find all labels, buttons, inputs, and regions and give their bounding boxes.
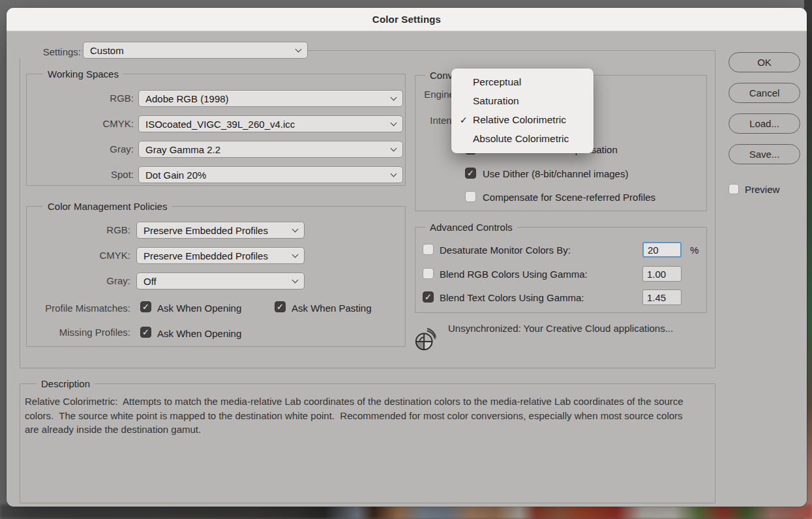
ws-spot-label: Spot: [26,169,134,180]
menu-item-perceptual[interactable]: Perceptual [451,72,594,91]
ws-spot-select[interactable]: Dot Gain 20% [138,166,403,183]
ws-gray-select[interactable]: Gray Gamma 2.2 [138,141,403,158]
ws-rgb-select[interactable]: Adobe RGB (1998) [138,90,403,107]
profile-mismatches-label: Profile Mismatches: [26,303,130,314]
cmp-gray-label: Gray: [26,275,130,286]
cmp-rgb-select[interactable]: Preserve Embedded Profiles [136,222,305,239]
percent-suffix: % [690,245,699,256]
menu-item-absolute-colorimetric[interactable]: Absolute Colorimetric [451,129,594,148]
blend-text-gamma-label: Blend Text Colors Using Gamma: [440,292,584,303]
engine-label: Engine: [398,89,457,100]
use-dither-label: Use Dither (8-bit/channel images) [483,168,628,179]
color-management-legend: Color Management Policies [43,200,172,213]
settings-label: Settings: [20,46,81,59]
blend-text-gamma-checkbox[interactable]: ✓ [423,291,434,303]
photoshop-canvas-background: Color Settings Settings: Custom Working … [0,0,812,519]
menu-item-saturation[interactable]: Saturation [451,91,594,110]
ok-button[interactable]: OK [729,52,800,72]
desaturate-monitor-label: Desaturate Monitor Colors By: [440,245,571,256]
chevron-down-icon [292,226,297,231]
description-text: Relative Colorimetric: Attempts to match… [25,394,685,437]
chevron-down-icon [391,145,396,151]
blend-text-gamma-input[interactable] [642,289,682,305]
menu-checkmark-icon: ✓ [460,115,472,125]
scene-referred-label: Compensate for Scene-referred Profiles [483,192,655,203]
cmp-gray-select[interactable]: Off [136,273,305,289]
ws-gray-label: Gray: [26,143,134,155]
chevron-down-icon [295,46,301,52]
intent-popup-menu: Perceptual Saturation ✓ Relative Colorim… [451,68,594,153]
blend-rgb-gamma-label: Blend RGB Colors Using Gamma: [440,269,588,280]
cmp-cmyk-select[interactable]: Preserve Embedded Profiles [136,247,305,264]
dialog-title: Color Settings [372,14,441,25]
ask-when-pasting-label: Ask When Pasting [292,303,372,314]
chevron-down-icon [391,171,396,176]
ws-cmyk-label: CMYK: [26,118,134,129]
menu-item-relative-colorimetric[interactable]: ✓ Relative Colorimetric [451,110,594,129]
ask-when-opening-label: Ask When Opening [157,303,241,314]
sync-status-text: Unsynchronized: Your Creative Cloud appl… [448,323,673,334]
blend-rgb-gamma-input[interactable] [642,266,682,282]
ws-rgb-label: RGB: [26,93,134,104]
preview-label: Preview [745,184,779,195]
cmp-rgb-label: RGB: [26,224,130,235]
load-button[interactable]: Load... [729,113,800,134]
cmp-cmyk-label: CMYK: [26,250,130,261]
dialog-titlebar[interactable]: Color Settings [7,8,807,31]
intent-label: Intent: [398,115,457,126]
scene-referred-checkbox[interactable] [465,191,476,202]
chevron-down-icon [391,120,396,125]
advanced-controls-legend: Advanced Controls [425,221,517,233]
ask-when-pasting-checkbox[interactable]: ✓ [275,301,286,312]
use-dither-checkbox[interactable]: ✓ [465,168,476,179]
cancel-button[interactable]: Cancel [729,83,800,103]
working-spaces-legend: Working Spaces [43,68,123,80]
desaturate-monitor-checkbox[interactable] [423,244,434,255]
settings-preset-select[interactable]: Custom [83,42,308,59]
chevron-down-icon [391,95,396,100]
blend-rgb-gamma-checkbox[interactable] [423,268,434,279]
desaturate-percent-input[interactable] [642,242,682,258]
missing-profiles-label: Missing Profiles: [26,327,130,338]
preview-checkbox[interactable] [729,184,739,194]
description-legend: Description [37,378,95,390]
chevron-down-icon [292,277,297,282]
background-photo-strip [0,505,812,519]
missing-ask-when-opening-checkbox[interactable]: ✓ [140,327,151,338]
missing-ask-when-opening-label: Ask When Opening [157,328,241,339]
creative-cloud-sync-icon [414,326,438,353]
save-button[interactable]: Save... [729,144,800,164]
color-settings-dialog: Color Settings Settings: Custom Working … [7,8,807,507]
ask-when-opening-checkbox[interactable]: ✓ [140,301,151,312]
ws-cmyk-select[interactable]: ISOcoated_VIGC_39L_260_v4.icc [138,115,403,132]
chevron-down-icon [292,252,297,257]
